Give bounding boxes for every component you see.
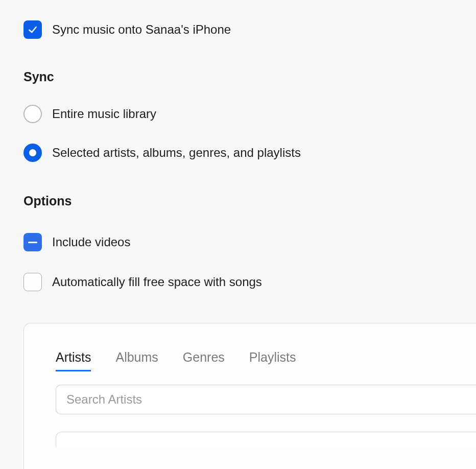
tab-playlists[interactable]: Playlists: [249, 350, 296, 371]
content-panel: Artists Albums Genres Playlists: [23, 323, 476, 469]
radio-entire-library[interactable]: [23, 105, 42, 123]
sync-section-title: Sync: [23, 69, 476, 84]
radio-row-entire: Entire music library: [23, 105, 476, 123]
tab-albums[interactable]: Albums: [115, 350, 158, 371]
radio-selected-label: Selected artists, albums, genres, and pl…: [52, 146, 301, 160]
search-artists-input[interactable]: [56, 385, 476, 414]
radio-dot-icon: [29, 149, 36, 156]
tabs: Artists Albums Genres Playlists: [56, 350, 476, 371]
dash-icon: [28, 242, 37, 243]
include-videos-row: Include videos: [23, 233, 476, 251]
sync-music-label: Sync music onto Sanaa's iPhone: [52, 22, 231, 37]
autofill-row: Automatically fill free space with songs: [23, 273, 476, 291]
options-section-title: Options: [23, 194, 476, 208]
tab-artists[interactable]: Artists: [56, 350, 91, 371]
include-videos-checkbox[interactable]: [23, 233, 42, 251]
radio-entire-label: Entire music library: [52, 107, 156, 121]
autofill-checkbox[interactable]: [23, 273, 42, 291]
autofill-label: Automatically fill free space with songs: [52, 275, 262, 289]
artist-list[interactable]: [56, 432, 476, 447]
tab-genres[interactable]: Genres: [183, 350, 225, 371]
sync-music-row: Sync music onto Sanaa's iPhone: [23, 20, 476, 39]
radio-row-selected: Selected artists, albums, genres, and pl…: [23, 144, 476, 162]
checkmark-icon: [28, 25, 38, 35]
sync-music-checkbox[interactable]: [23, 20, 42, 39]
include-videos-label: Include videos: [52, 235, 130, 249]
radio-selected-items[interactable]: [23, 144, 42, 162]
search-wrap: [56, 385, 476, 414]
